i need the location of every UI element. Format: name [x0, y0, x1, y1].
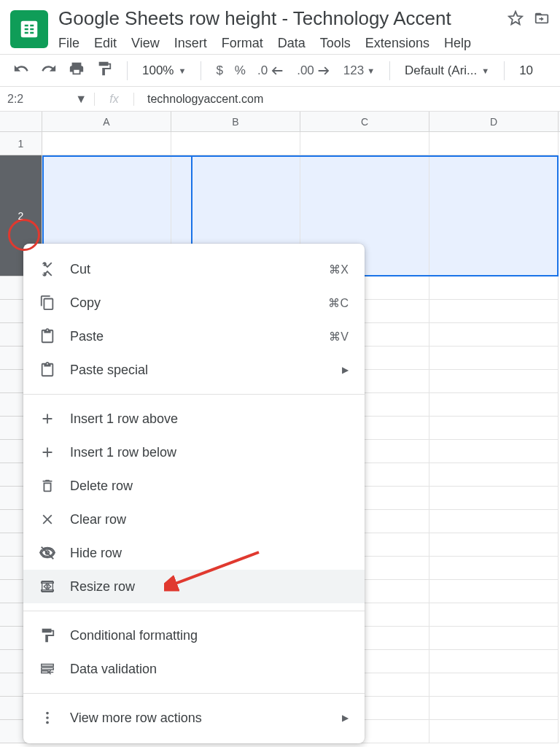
menu-file[interactable]: File: [58, 36, 79, 51]
menu-item-shortcut: ⌘X: [329, 263, 349, 276]
decrease-decimal-button[interactable]: .0: [257, 63, 285, 79]
menu-item-label: Resize row: [70, 579, 349, 595]
menu-paste[interactable]: Paste ⌘V: [23, 320, 365, 353]
menu-item-label: Cut: [70, 262, 314, 277]
star-icon[interactable]: [508, 10, 524, 28]
menu-conditional-formatting[interactable]: Conditional formatting: [23, 619, 365, 652]
formula-bar: 2:2▼ fx technologyaccent.com: [0, 87, 560, 112]
select-all-corner[interactable]: [0, 112, 42, 131]
menu-item-label: Data validation: [70, 662, 349, 677]
svg-point-1: [46, 712, 49, 715]
menu-insert-above[interactable]: Insert 1 row above: [23, 402, 365, 436]
menu-data-validation[interactable]: Data validation: [23, 652, 365, 686]
menu-item-label: Copy: [70, 295, 314, 311]
menu-help[interactable]: Help: [444, 36, 471, 51]
undo-button[interactable]: [13, 61, 29, 80]
menu-delete-row[interactable]: Delete row: [23, 469, 365, 503]
zoom-select[interactable]: 100%▼: [142, 63, 186, 78]
menu-tools[interactable]: Tools: [320, 36, 351, 51]
name-box[interactable]: 2:2▼: [0, 93, 95, 106]
col-header-a[interactable]: A: [42, 112, 171, 131]
row-header-1[interactable]: 1: [0, 132, 42, 155]
menu-item-label: Insert 1 row below: [70, 445, 349, 460]
col-header-c[interactable]: C: [300, 112, 429, 131]
menu-edit[interactable]: Edit: [94, 36, 117, 51]
font-select[interactable]: Default (Ari...▼: [405, 63, 489, 78]
toolbar: 100%▼ $ % .0 .00 123▼ Default (Ari...▼ 1…: [0, 54, 560, 87]
col-header-b[interactable]: B: [171, 112, 300, 131]
print-button[interactable]: [69, 61, 85, 80]
font-size-input[interactable]: 10: [519, 63, 533, 78]
col-header-d[interactable]: D: [429, 112, 559, 131]
submenu-caret-icon: ▶: [342, 365, 349, 375]
redo-button[interactable]: [41, 61, 57, 80]
formula-input[interactable]: technologyaccent.com: [134, 93, 263, 106]
doc-title[interactable]: Google Sheets row height - Technology Ac…: [58, 7, 497, 30]
menu-item-shortcut: ⌘C: [328, 296, 349, 310]
menu-insert-below[interactable]: Insert 1 row below: [23, 436, 365, 469]
menu-item-label: View more row actions: [70, 711, 327, 726]
menu-bar: File Edit View Insert Format Data Tools …: [58, 36, 497, 51]
menu-item-label: Conditional formatting: [70, 628, 349, 643]
number-format-select[interactable]: 123▼: [343, 63, 375, 78]
row-context-menu: Cut ⌘X Copy ⌘C Paste ⌘V Paste special ▶ …: [23, 244, 365, 743]
currency-button[interactable]: $: [216, 63, 222, 78]
menu-resize-row[interactable]: Resize row: [23, 570, 365, 603]
menu-paste-special[interactable]: Paste special ▶: [23, 353, 365, 387]
menu-item-label: Clear row: [70, 512, 349, 527]
submenu-caret-icon: ▶: [342, 713, 349, 723]
menu-view[interactable]: View: [131, 36, 160, 51]
menu-extensions[interactable]: Extensions: [365, 36, 429, 51]
menu-hide-row[interactable]: Hide row: [23, 536, 365, 570]
menu-format[interactable]: Format: [222, 36, 263, 51]
fx-icon[interactable]: fx: [95, 93, 134, 106]
svg-point-2: [46, 716, 49, 719]
menu-clear-row[interactable]: Clear row: [23, 503, 365, 536]
menu-view-more[interactable]: View more row actions ▶: [23, 701, 365, 735]
svg-point-3: [46, 721, 49, 724]
menu-item-shortcut: ⌘V: [329, 330, 349, 344]
menu-item-label: Paste: [70, 329, 314, 344]
paint-format-button[interactable]: [96, 61, 112, 80]
percent-button[interactable]: %: [235, 63, 246, 78]
menu-item-label: Delete row: [70, 479, 349, 494]
menu-cut[interactable]: Cut ⌘X: [23, 252, 365, 286]
sheets-logo: [10, 10, 48, 48]
menu-item-label: Insert 1 row above: [70, 411, 349, 427]
menu-item-label: Paste special: [70, 363, 327, 378]
menu-insert[interactable]: Insert: [174, 36, 207, 51]
move-icon[interactable]: [534, 10, 550, 28]
menu-copy[interactable]: Copy ⌘C: [23, 286, 365, 320]
app-header: Google Sheets row height - Technology Ac…: [0, 0, 560, 54]
menu-data[interactable]: Data: [278, 36, 306, 51]
menu-item-label: Hide row: [70, 546, 349, 561]
increase-decimal-button[interactable]: .00: [297, 63, 332, 79]
